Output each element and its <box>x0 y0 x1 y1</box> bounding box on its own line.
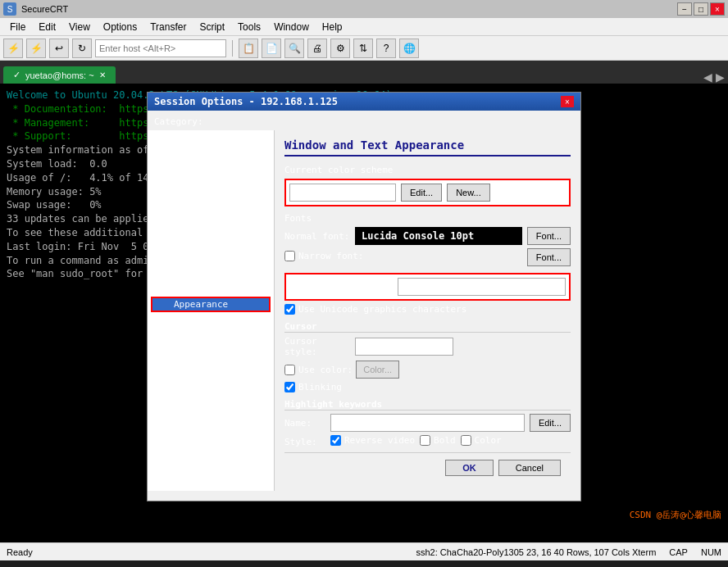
cursor-style-label: Cursor style: <box>284 336 350 357</box>
close-button[interactable]: × <box>710 2 725 16</box>
terminal-area[interactable]: Welcome to Ubuntu 20.04.3 LTS (GNU/Linux… <box>0 84 728 542</box>
unicode-label: Use Unicode graphics characters <box>298 304 466 315</box>
tab-prev-btn[interactable]: ◀ <box>703 70 712 84</box>
menu-view[interactable]: View <box>62 20 97 34</box>
titlebar-buttons: − □ × <box>677 2 725 16</box>
session-options-dialog: Session Options - 192.168.1.125 × Catego… <box>147 92 581 501</box>
encoding-row: Character encoding: UTF-8 ▼ <box>284 273 571 301</box>
color-label-text: Color <box>475 435 502 446</box>
toolbar: ⚡ ⚡ ↩ ↻ 📋 📄 🔍 🖨 ⚙ ⇅ ? 🌐 <box>0 36 728 61</box>
tree-ftp-sftp[interactable]: FTP/SFTP <box>151 374 271 386</box>
tree-log-file[interactable]: Log File <box>151 324 271 337</box>
tree-ssh2[interactable]: ▼SSH2 <box>151 161 271 174</box>
tree-emulation[interactable]: ▼Emulation <box>151 235 271 247</box>
session-tab[interactable]: ✓ yuetao@homs: ~ ✕ <box>3 66 116 84</box>
tree-appearance[interactable]: Appearance <box>151 297 271 312</box>
tree-mapped-keys[interactable]: Mapped Keys <box>151 272 271 284</box>
dialog-close-button[interactable]: × <box>561 96 574 107</box>
normal-font-button[interactable]: Font... <box>527 227 571 245</box>
dialog-footer: OK Cancel <box>284 452 571 483</box>
toolbar-forward-btn[interactable]: ↻ <box>72 39 92 58</box>
highlight-name-select[interactable]: <None> ▼ <box>330 414 525 432</box>
tree-port-forwarding[interactable]: ▼Port Forwarding <box>151 198 271 211</box>
narrow-font-checkbox[interactable] <box>284 251 295 261</box>
toolbar-back-btn[interactable]: ↩ <box>49 39 69 58</box>
tab-next-btn[interactable]: ▶ <box>716 70 725 84</box>
menu-file[interactable]: File <box>3 20 32 34</box>
highlight-title: Highlight keywords <box>284 399 571 411</box>
tree-connection[interactable]: ▼Connection <box>151 137 271 149</box>
tree-printing[interactable]: Printing <box>151 337 271 349</box>
narrow-font-row: Narrow font: Font... <box>284 248 571 266</box>
color-scheme-select[interactable]: White / Black ▼ <box>289 184 396 202</box>
cursor-title: Cursor <box>284 321 571 333</box>
toolbar-connect-btn[interactable]: ⚡ <box>26 39 46 58</box>
category-label: Category: <box>154 116 203 127</box>
color-scheme-edit-button[interactable]: Edit... <box>401 184 442 202</box>
toolbar-print-btn[interactable]: 🖨 <box>307 39 327 58</box>
use-color-checkbox[interactable] <box>284 365 295 375</box>
tree-remote-x11[interactable]: Remote/X11 <box>151 211 271 223</box>
highlight-edit-button[interactable]: Edit... <box>530 414 571 432</box>
color-scheme-new-button[interactable]: New... <box>447 184 490 202</box>
menu-help[interactable]: Help <box>316 20 349 34</box>
toolbar-find-btn[interactable]: 🔍 <box>284 39 304 58</box>
narrow-font-label: Narrow font: <box>298 251 363 261</box>
highlight-name-arrow-icon: ▼ <box>515 418 521 429</box>
narrow-font-checkbox-row: Narrow font: <box>284 251 363 261</box>
unicode-checkbox[interactable] <box>284 304 295 315</box>
cursor-style-select[interactable]: Block ▼ <box>355 338 453 356</box>
menu-transfer[interactable]: Transfer <box>143 20 193 34</box>
encoding-select[interactable]: UTF-8 ▼ <box>398 278 566 296</box>
tree-file-transfer[interactable]: ▼File Transfer <box>151 361 271 374</box>
color-scheme-arrow-icon: ▼ <box>388 188 392 197</box>
tree-xyz-modem[interactable]: X/Y/Zmodem <box>151 349 271 361</box>
tree-window[interactable]: Window <box>151 312 271 324</box>
toolbar-extra-btn[interactable]: 🌐 <box>399 39 419 58</box>
highlight-name-value: <None> <box>334 418 367 429</box>
bold-label: Bold <box>434 435 456 446</box>
app-icon: S <box>3 2 16 16</box>
reverse-video-checkbox[interactable] <box>330 435 341 446</box>
tree-emacs[interactable]: Emacs <box>151 260 271 272</box>
tree-logon-actions[interactable]: Logon Actions <box>151 149 271 161</box>
status-right: ssh2: ChaCha20-Poly1305 23, 16 40 Rows, … <box>416 547 721 557</box>
toolbar-settings-btn[interactable]: ⚙ <box>330 39 350 58</box>
toolbar-paste-btn[interactable]: 📄 <box>262 39 281 58</box>
menu-options[interactable]: Options <box>97 20 143 34</box>
tree-terminal[interactable]: ▼Terminal <box>151 223 271 235</box>
tree-arrow-ssh2: ▼ <box>172 164 176 172</box>
tree-advanced-ft[interactable]: Advanced <box>151 386 271 398</box>
blinking-label: Blinking <box>298 382 342 392</box>
minimize-button[interactable]: − <box>677 2 692 16</box>
narrow-font-button[interactable]: Font... <box>527 248 571 266</box>
color-button[interactable]: Color... <box>356 361 399 379</box>
address-input[interactable] <box>95 39 226 57</box>
encoding-label: Character encoding: <box>289 282 393 293</box>
toolbar-copy-btn[interactable]: 📋 <box>239 39 258 58</box>
tab-bar: ✓ yuetao@homs: ~ ✕ ◀ ▶ <box>0 61 728 84</box>
blinking-checkbox[interactable] <box>284 382 295 392</box>
menu-bar: File Edit View Options Transfer Script T… <box>0 18 728 36</box>
status-bar: Ready ssh2: ChaCha20-Poly1305 23, 16 40 … <box>0 542 728 560</box>
bold-checkbox[interactable] <box>420 435 430 446</box>
tab-check-icon: ✓ <box>13 70 20 80</box>
toolbar-help-btn[interactable]: ? <box>376 39 396 58</box>
tree-advanced-emulation[interactable]: Advanced <box>151 284 271 297</box>
color-checkbox[interactable] <box>461 435 471 446</box>
bold-row: Bold <box>420 435 456 446</box>
tree-modes[interactable]: Modes <box>151 247 271 260</box>
reverse-video-label: Reverse video <box>344 435 415 446</box>
menu-tools[interactable]: Tools <box>231 20 267 34</box>
maximize-button[interactable]: □ <box>694 2 708 16</box>
menu-script[interactable]: Script <box>193 20 231 34</box>
menu-edit[interactable]: Edit <box>32 20 62 34</box>
tree-advanced-ssh2[interactable]: Advanced <box>151 186 271 198</box>
ok-button[interactable]: OK <box>445 460 494 476</box>
toolbar-transfer-btn[interactable]: ⇅ <box>353 39 373 58</box>
tab-close-btn[interactable]: ✕ <box>99 70 106 79</box>
toolbar-new-btn[interactable]: ⚡ <box>3 39 23 58</box>
tree-sftp-session[interactable]: SFTP Session <box>151 174 271 186</box>
menu-window[interactable]: Window <box>267 20 316 34</box>
cancel-button[interactable]: Cancel <box>498 460 561 476</box>
